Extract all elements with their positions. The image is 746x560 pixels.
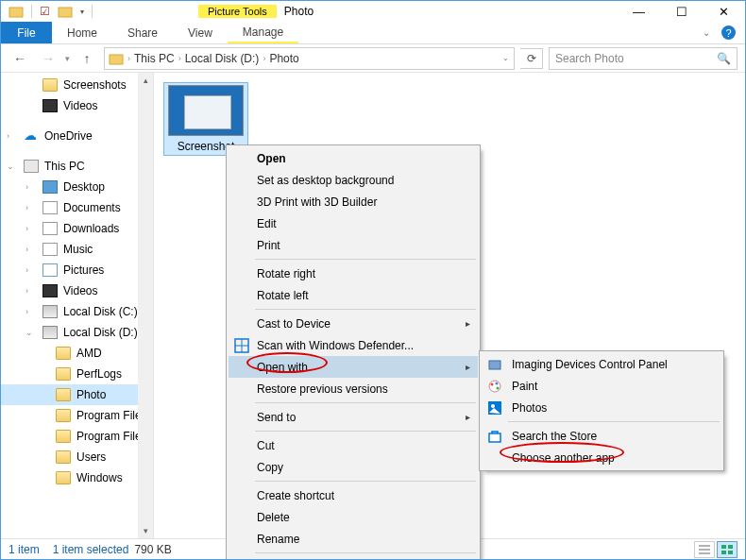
nav-item-disk-c[interactable]: ›Local Disk (C:) <box>1 301 153 322</box>
tab-share[interactable]: Share <box>112 22 173 43</box>
nav-item-windows[interactable]: Windows <box>1 467 153 488</box>
address-dropdown-icon[interactable]: ⌄ <box>497 54 514 62</box>
menu-separator <box>255 481 476 482</box>
forward-button[interactable]: → <box>37 47 59 70</box>
help-button[interactable]: ? <box>721 25 736 40</box>
folder-icon <box>56 450 71 464</box>
collapse-icon[interactable]: ⌄ <box>25 328 33 337</box>
view-thumbnails-button[interactable] <box>717 541 738 558</box>
expand-icon[interactable]: › <box>25 245 28 254</box>
menu-item-3d-print[interactable]: 3D Print with 3D Builder <box>229 191 478 212</box>
scrollbar[interactable]: ▴ ▾ <box>138 73 153 538</box>
tab-manage[interactable]: Manage <box>228 22 298 43</box>
qat-dropdown-icon[interactable]: ▾ <box>80 8 84 16</box>
chevron-right-icon[interactable]: › <box>263 54 265 63</box>
expand-icon[interactable]: › <box>7 131 9 141</box>
svg-point-8 <box>491 382 494 385</box>
nav-item-videos[interactable]: ›Videos <box>1 280 153 301</box>
music-icon <box>42 243 58 256</box>
svg-rect-2 <box>110 55 123 64</box>
nav-item-screenshots[interactable]: Screenshots <box>1 75 153 95</box>
menu-item-open[interactable]: Open <box>229 147 478 169</box>
expand-icon[interactable]: › <box>25 265 28 275</box>
menu-item-edit[interactable]: Edit <box>229 212 478 234</box>
new-folder-icon[interactable] <box>58 5 73 18</box>
menu-item-rename[interactable]: Rename <box>229 528 478 550</box>
back-button[interactable]: ← <box>8 47 31 70</box>
expand-icon[interactable]: › <box>25 203 28 212</box>
tab-file[interactable]: File <box>1 22 52 43</box>
menu-item-defender[interactable]: Scan with Windows Defender... <box>229 334 478 356</box>
menu-item-cast[interactable]: Cast to Device▸ <box>229 313 478 334</box>
expand-icon[interactable]: › <box>25 286 28 296</box>
chevron-right-icon[interactable]: › <box>178 54 181 63</box>
scroll-down-icon[interactable]: ▾ <box>138 523 153 538</box>
tab-home[interactable]: Home <box>52 22 112 43</box>
scroll-up-icon[interactable]: ▴ <box>138 73 153 88</box>
submenu-item-imaging[interactable]: Imaging Devices Control Panel <box>482 353 721 375</box>
nav-item-music[interactable]: ›Music <box>1 239 153 260</box>
nav-item-desktop[interactable]: ›Desktop <box>1 177 153 197</box>
nav-item-this-pc[interactable]: ⌄This PC <box>1 156 153 177</box>
menu-item-set-background[interactable]: Set as desktop background <box>229 169 478 191</box>
minimize-button[interactable]: — <box>618 1 660 22</box>
nav-item-photo[interactable]: Photo <box>1 384 153 405</box>
search-icon[interactable]: 🔍 <box>717 52 731 65</box>
submenu-item-photos[interactable]: Photos <box>482 397 721 418</box>
properties-icon[interactable]: ☑ <box>40 5 50 18</box>
menu-item-print[interactable]: Print <box>229 234 478 256</box>
expand-icon[interactable]: › <box>25 307 28 316</box>
imaging-icon <box>487 357 502 372</box>
refresh-button[interactable]: ⟳ <box>520 48 543 69</box>
status-size: 790 KB <box>134 543 171 556</box>
menu-item-open-with[interactable]: Open with▸ <box>229 356 478 378</box>
disk-icon <box>42 326 58 339</box>
ribbon-expand-icon[interactable]: ⌄ <box>703 27 710 38</box>
menu-item-delete[interactable]: Delete <box>229 506 478 528</box>
menu-item-send-to[interactable]: Send to▸ <box>229 406 478 428</box>
menu-item-rotate-left[interactable]: Rotate left <box>229 284 478 306</box>
nav-item-program-files-x86[interactable]: Program Files ( <box>1 426 153 447</box>
submenu-item-store[interactable]: Search the Store <box>482 425 721 447</box>
nav-item-downloads[interactable]: ›Downloads <box>1 218 153 239</box>
up-button[interactable]: ↑ <box>76 47 98 70</box>
menu-item-rotate-right[interactable]: Rotate right <box>229 263 478 284</box>
nav-item-onedrive[interactable]: ›☁OneDrive <box>1 126 153 146</box>
menu-item-cut[interactable]: Cut <box>229 434 478 456</box>
address-bar[interactable]: › This PC › Local Disk (D:) › Photo ⌄ <box>104 47 515 70</box>
maximize-button[interactable]: ☐ <box>660 1 703 22</box>
nav-item-perflogs[interactable]: PerfLogs <box>1 364 153 384</box>
nav-item-documents[interactable]: ›Documents <box>1 197 153 218</box>
menu-item-copy[interactable]: Copy <box>229 456 478 478</box>
close-button[interactable]: ✕ <box>703 1 745 22</box>
nav-item-amd[interactable]: AMD <box>1 343 153 364</box>
search-input[interactable]: Search Photo 🔍 <box>549 47 738 70</box>
submenu-item-paint[interactable]: Paint <box>482 375 721 397</box>
folder-icon <box>8 5 24 18</box>
breadcrumb[interactable]: This PC <box>134 52 175 65</box>
folder-icon <box>56 471 71 484</box>
breadcrumb[interactable]: Photo <box>269 52 298 65</box>
history-dropdown-icon[interactable]: ▾ <box>65 54 70 63</box>
nav-item-videos[interactable]: Videos <box>1 95 153 116</box>
submenu-arrow-icon: ▸ <box>466 412 470 422</box>
menu-item-shortcut[interactable]: Create shortcut <box>229 484 478 506</box>
breadcrumb[interactable]: Local Disk (D:) <box>185 52 260 65</box>
separator-icon <box>92 5 93 18</box>
nav-item-users[interactable]: Users <box>1 447 153 467</box>
nav-item-pictures[interactable]: ›Pictures <box>1 260 153 280</box>
view-details-button[interactable] <box>694 541 715 558</box>
menu-separator <box>255 309 476 310</box>
nav-item-disk-d[interactable]: ⌄Local Disk (D:) <box>1 322 153 343</box>
tab-view[interactable]: View <box>173 22 228 43</box>
menu-item-restore[interactable]: Restore previous versions <box>229 378 478 399</box>
menu-item-properties[interactable]: Properties <box>229 556 478 560</box>
nav-item-program-files[interactable]: Program Files <box>1 405 153 426</box>
pictures-icon <box>42 263 58 277</box>
chevron-right-icon[interactable]: › <box>127 54 130 63</box>
status-item-count: 1 item <box>8 543 40 556</box>
expand-icon[interactable]: › <box>25 182 28 192</box>
submenu-item-choose-app[interactable]: Choose another app <box>482 447 721 468</box>
collapse-icon[interactable]: ⌄ <box>7 161 14 171</box>
expand-icon[interactable]: › <box>25 224 28 233</box>
